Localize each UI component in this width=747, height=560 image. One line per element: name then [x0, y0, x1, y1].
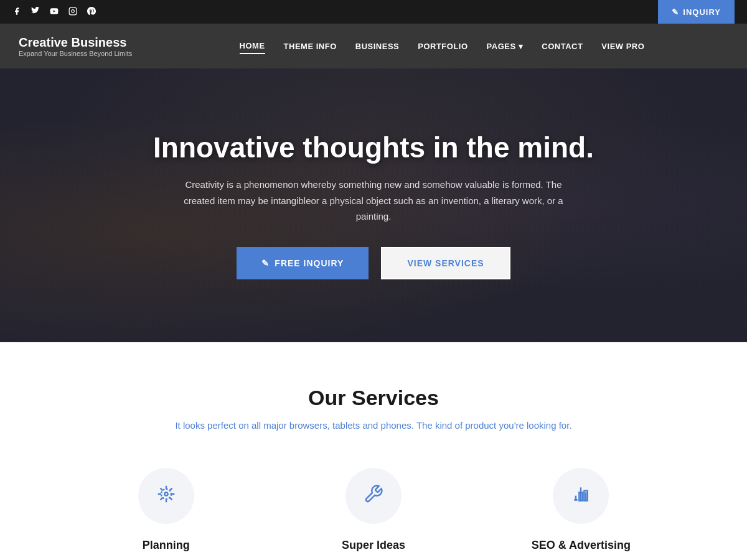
- view-services-button[interactable]: VIEW SERVICES: [381, 247, 510, 279]
- nav-item-business[interactable]: BUSINESS: [355, 39, 399, 54]
- services-grid: Planning A business plan is a written de…: [75, 468, 672, 560]
- brand-tagline: Expand Your Business Beyond Limits: [19, 50, 156, 57]
- free-inquiry-button[interactable]: ✎ FREE INQUIRY: [237, 247, 369, 279]
- super-ideas-name: Super Ideas: [342, 539, 405, 552]
- nav-item-portfolio[interactable]: PORTFOLIO: [418, 39, 467, 54]
- super-ideas-icon-wrap: [345, 468, 402, 524]
- hero-section: Innovative thoughts in the mind. Creativ…: [0, 68, 747, 342]
- youtube-icon[interactable]: [50, 7, 59, 17]
- inquiry-edit-icon: ✎: [672, 7, 679, 17]
- instagram-icon[interactable]: [68, 7, 77, 17]
- svg-point-3: [161, 489, 171, 499]
- brand: Creative Business Expand Your Business B…: [19, 35, 156, 57]
- service-card-seo: SEO & Advertising SEO, is the key to mak…: [490, 468, 672, 560]
- nav-item-contact[interactable]: CONTACT: [542, 39, 583, 54]
- services-section: Our Services It looks perfect on all maj…: [0, 342, 747, 560]
- seo-name: SEO & Advertising: [532, 539, 631, 552]
- pinterest-icon[interactable]: [87, 7, 96, 17]
- svg-rect-0: [69, 7, 77, 15]
- free-inquiry-label: FREE INQUIRY: [275, 258, 344, 268]
- inquiry-button[interactable]: ✎ INQUIRY: [658, 0, 735, 24]
- service-card-planning: Planning A business plan is a written de…: [75, 468, 257, 560]
- nav-item-pages[interactable]: PAGES ▾: [487, 39, 524, 54]
- planning-name: Planning: [143, 539, 190, 552]
- service-card-super-ideas: Super Ideas Business ideas on this list …: [282, 468, 464, 560]
- services-subtitle-part2: . The kind of product you're looking for…: [411, 420, 572, 431]
- services-title: Our Services: [25, 386, 722, 410]
- services-subtitle-part1: It looks perfect on: [175, 420, 251, 431]
- brand-name: Creative Business: [19, 35, 156, 50]
- hero-subtitle: Creativity is a phenomenon whereby somet…: [181, 177, 566, 225]
- hero-title: Innovative thoughts in the mind.: [153, 131, 594, 164]
- services-subtitle: It looks perfect on all major browsers, …: [25, 420, 722, 431]
- top-bar: ✎ INQUIRY: [0, 0, 747, 24]
- facebook-icon[interactable]: [12, 7, 21, 17]
- view-services-label: VIEW SERVICES: [407, 258, 484, 268]
- planning-icon-wrap: [138, 468, 194, 524]
- seo-icon-wrap: [553, 468, 609, 524]
- svg-rect-7: [575, 499, 578, 501]
- planning-icon: [156, 484, 176, 508]
- inquiry-button-label: INQUIRY: [683, 7, 721, 17]
- social-icons-group: [12, 7, 96, 17]
- hero-content: Innovative thoughts in the mind. Creativ…: [141, 131, 606, 279]
- main-nav: HOME THEME INFO BUSINESS PORTFOLIO PAGES…: [156, 39, 728, 54]
- hero-buttons: ✎ FREE INQUIRY VIEW SERVICES: [153, 247, 594, 279]
- nav-item-home[interactable]: HOME: [240, 39, 265, 54]
- header: Creative Business Expand Your Business B…: [0, 24, 747, 68]
- services-subtitle-highlight: all major browsers, tablets and phones: [251, 420, 411, 431]
- nav-item-theme-info[interactable]: THEME INFO: [284, 39, 337, 54]
- seo-icon: [571, 484, 591, 508]
- free-inquiry-icon: ✎: [261, 258, 270, 268]
- super-ideas-icon: [364, 484, 383, 508]
- twitter-icon[interactable]: [31, 7, 40, 17]
- nav-item-view-pro[interactable]: VIEW PRO: [601, 39, 644, 54]
- svg-point-2: [164, 492, 167, 495]
